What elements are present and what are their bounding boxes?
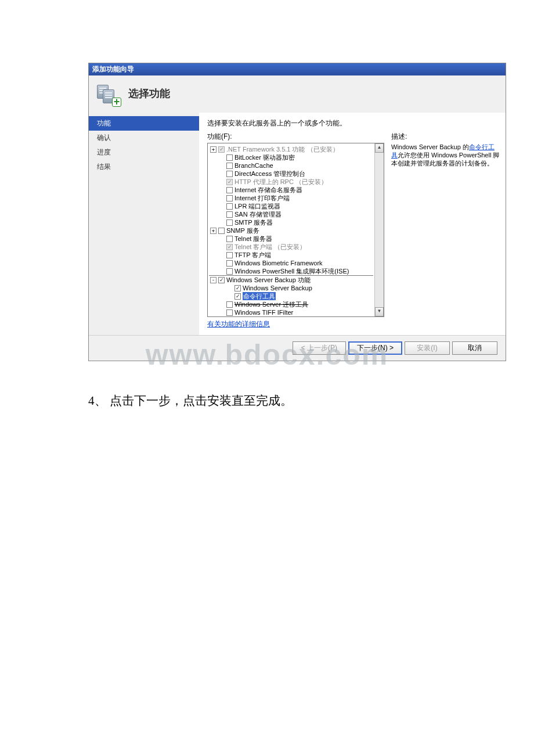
description-pre: Windows Server Backup 的 — [391, 143, 469, 150]
sidebar-item-features[interactable]: 功能 — [89, 116, 199, 131]
tree-item-label: .NET Framework 3.5.1 功能 （已安装） — [226, 145, 339, 153]
checkbox[interactable] — [226, 252, 233, 258]
checkbox[interactable] — [226, 211, 233, 218]
caption-text: 4、 点击下一步，点击安装直至完成。 — [88, 393, 446, 409]
description-text: Windows Server Backup 的命令行工具允许您使用 Window… — [391, 143, 500, 167]
checkbox[interactable] — [226, 260, 233, 267]
checkbox[interactable] — [226, 171, 233, 177]
tree-item-label: SNMP 服务 — [226, 226, 259, 235]
scroll-track[interactable] — [375, 153, 384, 307]
tree-row[interactable]: Windows TIFF IFilter — [209, 308, 373, 316]
tree-item-label: Windows PowerShell 集成脚本环境(ISE) — [234, 267, 349, 275]
tree-item-label: TFTP 客户端 — [234, 251, 271, 259]
expand-icon[interactable]: + — [210, 146, 217, 153]
scroll-up-button[interactable]: ▲ — [375, 143, 384, 153]
tree-row[interactable]: -✓Windows Server Backup 功能 — [209, 276, 373, 284]
checkbox[interactable] — [226, 187, 233, 193]
wizard-header: + 选择功能 — [89, 75, 506, 113]
tree-row[interactable]: Windows PowerShell 集成脚本环境(ISE) — [209, 267, 373, 276]
tree-item-label: SAN 存储管理器 — [234, 210, 282, 218]
tree-item-label: Windows Server Backup 功能 — [226, 276, 311, 284]
checkbox[interactable] — [226, 203, 233, 210]
features-label: 功能(F): — [207, 132, 384, 142]
checkbox[interactable] — [226, 268, 233, 275]
sidebar-item-progress[interactable]: 进度 — [89, 145, 199, 160]
next-button[interactable]: 下一步(N) > — [348, 341, 402, 355]
wizard-header-icon: + — [97, 82, 119, 105]
checkbox[interactable] — [226, 301, 233, 308]
instruction-text: 选择要安装在此服务器上的一个或多个功能。 — [207, 118, 500, 128]
collapse-icon[interactable]: - — [210, 277, 217, 283]
tree-row[interactable]: ✓HTTP 代理上的 RPC （已安装） — [209, 178, 373, 186]
window-title: 添加功能向导 — [92, 65, 134, 73]
tree-item-label: HTTP 代理上的 RPC （已安装） — [234, 178, 327, 186]
tree-item-label: 命令行工具 — [243, 292, 276, 300]
checkbox[interactable]: ✓ — [234, 285, 241, 291]
scroll-down-button[interactable]: ▼ — [375, 307, 384, 316]
checkbox: ✓ — [226, 179, 233, 185]
tree-row[interactable]: ✓Telnet 客户端 （已安装） — [209, 243, 373, 251]
description-label: 描述: — [391, 132, 500, 142]
tree-item-label: BranchCache — [234, 161, 273, 170]
checkbox[interactable] — [218, 228, 225, 234]
checkbox[interactable] — [226, 195, 233, 201]
tree-item-label: Internet 打印客户端 — [234, 194, 290, 202]
checkbox[interactable] — [226, 154, 233, 161]
tree-item-label: Telnet 客户端 （已安装） — [234, 243, 306, 251]
plus-icon: + — [112, 98, 121, 107]
page-title: 选择功能 — [128, 87, 170, 100]
tree-row[interactable]: LPR 端口监视器 — [209, 202, 373, 210]
sidebar-item-result[interactable]: 结果 — [89, 160, 199, 174]
checkbox[interactable]: ✓ — [218, 277, 225, 283]
window-titlebar: 添加功能向导 — [89, 63, 506, 75]
tree-item-label: DirectAccess 管理控制台 — [234, 170, 305, 178]
add-features-wizard: 添加功能向导 + 选择功能 功能 确认 进度 结果 选择要安装在此服务器上的一个… — [88, 63, 506, 361]
tree-item-label: Telnet 服务器 — [234, 235, 272, 243]
description-post: 允许您使用 Windows PowerShell 脚本创建并管理此服务器的计划备… — [391, 152, 499, 167]
tree-item-label: Windows TIFF IFilter — [234, 308, 293, 316]
prev-button: < 上一步(P) — [293, 341, 346, 355]
tree-row[interactable]: Windows Biometric Framework — [209, 259, 373, 267]
tree-item-label: Windows Biometric Framework — [234, 259, 323, 267]
tree-row[interactable]: ✓命令行工具 — [209, 292, 373, 300]
tree-item-label: Windows Server Backup — [243, 284, 312, 292]
tree-item-label: Windows Server 迁移工具 — [234, 300, 308, 308]
tree-row[interactable]: TFTP 客户端 — [209, 251, 373, 259]
tree-row[interactable]: Internet 存储命名服务器 — [209, 186, 373, 194]
tree-row[interactable]: Telnet 服务器 — [209, 235, 373, 243]
features-tree[interactable]: +✓.NET Framework 3.5.1 功能 （已安装）BitLocker… — [207, 143, 384, 317]
tree-item-label: LPR 端口监视器 — [234, 202, 280, 210]
install-button: 安装(I) — [405, 341, 450, 355]
tree-row[interactable]: +✓.NET Framework 3.5.1 功能 （已安装） — [209, 145, 373, 153]
tree-row[interactable]: SMTP 服务器 — [209, 218, 373, 226]
tree-row[interactable]: +SNMP 服务 — [209, 226, 373, 235]
details-link[interactable]: 有关功能的详细信息 — [207, 319, 270, 329]
tree-row[interactable]: DirectAccess 管理控制台 — [209, 170, 373, 178]
sidebar-item-confirm[interactable]: 确认 — [89, 131, 199, 145]
tree-row[interactable]: ✓Windows Server Backup — [209, 284, 373, 292]
checkbox: ✓ — [218, 146, 225, 153]
checkbox[interactable] — [226, 163, 233, 169]
checkbox[interactable] — [226, 309, 233, 316]
checkbox[interactable] — [226, 236, 233, 242]
wizard-footer: < 上一步(P) 下一步(N) > 安装(I) 取消 — [89, 335, 506, 361]
wizard-main: 选择要安装在此服务器上的一个或多个功能。 功能(F): +✓.NET Frame… — [199, 113, 506, 335]
checkbox: ✓ — [226, 244, 233, 250]
tree-item-label: Internet 存储命名服务器 — [234, 186, 302, 194]
expand-icon[interactable]: + — [210, 228, 217, 234]
tree-item-label: SMTP 服务器 — [234, 218, 273, 226]
checkbox[interactable] — [226, 219, 233, 226]
tree-row[interactable]: Windows Server 迁移工具 — [209, 300, 373, 308]
checkbox[interactable]: ✓ — [234, 293, 241, 300]
scrollbar[interactable]: ▲ ▼ — [374, 143, 384, 316]
cancel-button[interactable]: 取消 — [452, 341, 497, 355]
tree-row[interactable]: BitLocker 驱动器加密 — [209, 153, 373, 161]
tree-row[interactable]: Internet 打印客户端 — [209, 194, 373, 202]
tree-item-label: BitLocker 驱动器加密 — [234, 153, 295, 161]
tree-row[interactable]: BranchCache — [209, 161, 373, 170]
tree-row[interactable]: SAN 存储管理器 — [209, 210, 373, 218]
wizard-sidebar: 功能 确认 进度 结果 — [89, 113, 199, 335]
